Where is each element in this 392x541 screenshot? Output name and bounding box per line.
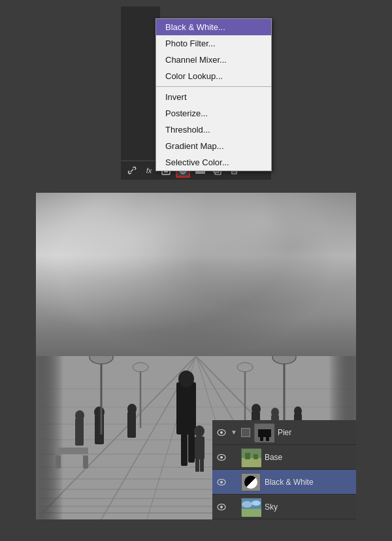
layer-thumbnail-base: [241, 448, 261, 467]
visibility-eye-pier[interactable]: [216, 427, 227, 438]
layer-panel-strip: [121, 7, 160, 160]
svg-rect-30: [188, 433, 195, 463]
svg-point-68: [220, 456, 223, 459]
layer-thumbnail-pier: [254, 423, 274, 442]
svg-rect-29: [181, 433, 188, 466]
svg-rect-56: [56, 455, 61, 468]
link-icon[interactable]: [125, 163, 139, 178]
layers-panel: ▼ Pier ▼: [212, 420, 356, 519]
layer-black-white[interactable]: ▼ Black & White: [212, 470, 356, 495]
svg-point-42: [252, 404, 261, 414]
svg-point-76: [220, 506, 223, 508]
svg-rect-72: [253, 454, 258, 459]
menu-item-posterize[interactable]: Posterize...: [156, 105, 271, 122]
menu-item-gradient-map[interactable]: Gradient Map...: [156, 138, 271, 154]
menu-item-channel-mixer[interactable]: Channel Mixer...: [156, 52, 271, 68]
svg-rect-66: [266, 437, 269, 441]
menu-item-threshold[interactable]: Threshold...: [156, 122, 271, 138]
svg-rect-78: [242, 509, 261, 517]
svg-point-54: [237, 363, 253, 372]
svg-point-46: [294, 406, 302, 416]
layer-thumbnail-bw: [241, 473, 261, 491]
layer-name-sky: Sky: [265, 502, 352, 512]
layer-name-pier: Pier: [278, 428, 352, 437]
svg-point-36: [94, 406, 105, 418]
svg-point-31: [194, 425, 204, 437]
svg-rect-35: [95, 415, 104, 444]
svg-point-80: [252, 500, 261, 506]
svg-point-38: [75, 410, 84, 421]
svg-rect-71: [245, 453, 250, 459]
layer-expand-pier[interactable]: ▼: [231, 429, 237, 436]
svg-point-44: [271, 408, 279, 417]
layer-pier[interactable]: ▼ Pier: [212, 420, 356, 445]
svg-point-28: [178, 370, 194, 387]
sky-clouds: [36, 193, 356, 372]
fx-icon[interactable]: fx: [142, 163, 156, 178]
layer-thumbnail-sky: [241, 498, 261, 516]
svg-rect-64: [258, 429, 271, 437]
canvas-image: ▼ Pier ▼: [36, 193, 356, 519]
svg-rect-27: [176, 382, 196, 434]
adjustment-dropdown: Black & White... Photo Filter... Channel…: [155, 18, 272, 171]
visibility-eye-base[interactable]: [216, 452, 227, 463]
menu-item-invert[interactable]: Invert: [156, 89, 271, 105]
menu-item-selective-color[interactable]: Selective Color...: [156, 154, 271, 171]
visibility-eye-bw[interactable]: [216, 477, 227, 487]
menu-item-black-white[interactable]: Black & White...: [156, 19, 271, 35]
svg-rect-39: [127, 412, 136, 438]
svg-rect-34: [200, 459, 204, 472]
svg-rect-32: [195, 436, 204, 459]
svg-rect-65: [260, 437, 263, 441]
layer-sky[interactable]: ▼ Sky: [212, 495, 356, 519]
menu-item-color-lookup[interactable]: Color Lookup...: [156, 68, 271, 84]
svg-rect-70: [242, 458, 261, 467]
svg-rect-55: [56, 448, 88, 454]
svg-rect-37: [75, 418, 84, 446]
layer-name-base: Base: [265, 453, 352, 462]
menu-item-photo-filter[interactable]: Photo Filter...: [156, 35, 271, 52]
svg-rect-57: [83, 455, 88, 468]
menu-divider: [156, 86, 271, 87]
top-panel: Black & White... Photo Filter... Channel…: [0, 0, 392, 183]
svg-point-79: [242, 501, 252, 508]
layer-base[interactable]: ▼ Base: [212, 445, 356, 470]
svg-point-74: [220, 481, 223, 484]
svg-point-62: [220, 431, 223, 434]
layer-name-bw: Black & White: [265, 478, 352, 487]
visibility-eye-sky[interactable]: [216, 502, 227, 512]
layer-mask-pier: [241, 428, 250, 437]
svg-rect-33: [195, 459, 199, 472]
svg-point-40: [127, 404, 137, 414]
bw-icon: [244, 476, 257, 489]
svg-point-52: [133, 363, 148, 372]
